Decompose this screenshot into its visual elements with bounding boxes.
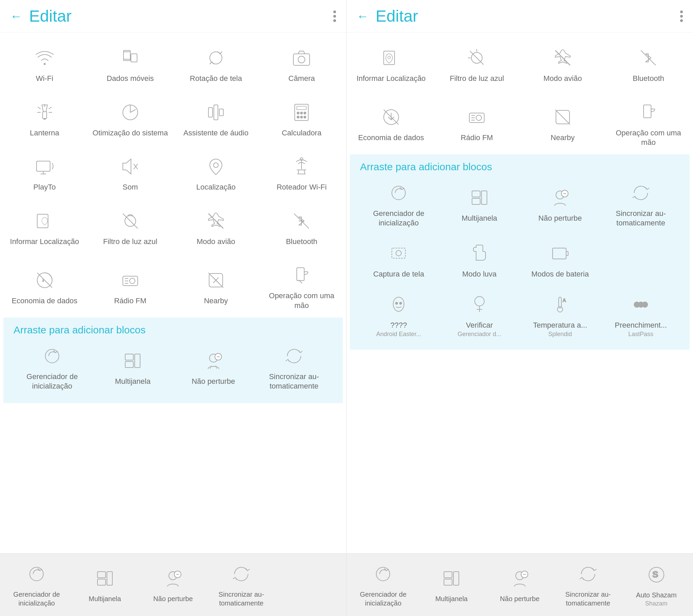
right-drag-dnd[interactable]: Não perturbe [521,176,599,233]
right-drag-multiwindow[interactable]: Multijanela [441,176,518,233]
svg-point-50 [130,278,135,284]
drag-sync[interactable]: Sincronizar au-tomaticamente [256,339,333,396]
right-drag-temp[interactable]: A Temperatura a... Splendid [521,288,599,343]
svg-line-40 [304,170,305,174]
right-drag-dnd-label: Não perturbe [538,214,582,224]
tile-location[interactable]: Localização [175,148,257,199]
tile-playto[interactable]: PlayTo [3,148,86,199]
bottom-sync[interactable]: Sincronizar au-tomaticamente [208,559,275,611]
bottom-startup[interactable]: Gerenciador de inicialização [3,559,70,611]
right-tile-nearby[interactable]: Nearby [521,94,604,154]
svg-rect-28 [37,161,50,171]
tile-flashlight[interactable]: Lanterna [3,94,86,145]
drag-multiwindow[interactable]: Multijanela [94,339,171,396]
right-bottom-shazam[interactable]: S Auto Shazam Shazam [623,559,690,611]
bottom-multiwindow[interactable]: Multijanela [72,559,138,611]
nearby-icon [204,268,228,292]
sound-icon [118,155,142,178]
left-scroll: Wi-Fi Dados móveis Rotação de tela [0,33,346,553]
right-drag-lastpass[interactable]: Preenchiment... LastPass [602,288,680,343]
svg-point-73 [388,56,391,59]
svg-rect-99 [553,248,566,259]
bottom-dnd[interactable]: Não perturbe [140,559,206,611]
tile-camera-label: Câmera [288,74,315,83]
tile-optimize[interactable]: Otimização do sistema [89,94,171,145]
right-bottom-dnd-label: Não perturbe [500,594,540,603]
right-tile-inform-loc[interactable]: Informar Localização [350,39,433,90]
right-tile-one-hand[interactable]: Operação com uma mão [607,94,690,154]
sync-icon [282,344,306,368]
right-tile-blue-light[interactable]: Filtro de luz azul [436,39,518,90]
tile-playto-label: PlayTo [34,182,56,192]
drag-dnd[interactable]: Não perturbe [175,339,252,396]
left-menu-button[interactable] [333,11,336,22]
right-bottom-sync-label: Sincronizar au-tomaticamente [556,590,619,608]
tile-inform-loc[interactable]: Informar Localização [3,203,86,253]
svg-rect-17 [209,108,213,117]
right-one-hand-label: Operação com uma mão [611,128,687,148]
tile-inform-loc-label: Informar Localização [10,237,79,247]
right-drag-battery-label: Modos de bateria [531,269,589,279]
right-bottom-dnd-icon [508,566,532,590]
right-drag-verify[interactable]: Verificar Gerenciador d... [441,288,518,343]
svg-marker-31 [123,159,131,174]
tile-nearby[interactable]: Nearby [175,256,257,317]
svg-rect-56 [297,268,304,281]
right-tile-radio[interactable]: Rádio FM [436,94,518,154]
right-drag-sync[interactable]: Sincronizar au-tomaticamente [602,176,680,233]
tile-sound[interactable]: Som [89,148,171,199]
tile-hotspot[interactable]: Roteador Wi-Fi [260,148,343,199]
tile-blue-light-label: Filtro de luz azul [103,237,157,247]
svg-point-23 [300,112,302,114]
right-back-button[interactable]: ← [357,9,369,23]
drag-startup[interactable]: Gerenciador de inicialização [14,339,91,396]
tile-data-save[interactable]: ↓ Economia de dados [3,256,86,317]
left-tiles-grid: Wi-Fi Dados móveis Rotação de tela [3,39,343,317]
right-tile-bluetooth[interactable]: Bluetooth [607,39,690,90]
tile-mobile[interactable]: Dados móveis [89,39,171,90]
right-drag-temp-sub: Splendid [548,331,572,338]
right-inform-loc-icon [379,46,403,70]
svg-rect-116 [444,579,452,585]
right-drag-section: Arraste para adicionar blocos Gerenciado… [350,154,690,350]
right-shazam-icon: S [645,563,668,586]
right-drag-startup[interactable]: Gerenciador de inicialização [360,176,437,233]
right-bottom-dnd[interactable]: Não perturbe [487,559,553,611]
svg-line-45 [294,214,309,229]
wifi-icon [33,46,57,70]
left-back-button[interactable]: ← [10,9,22,23]
tile-calc[interactable]: Calculadora [260,94,343,145]
right-tile-data-save[interactable]: Economia de dados [350,94,433,154]
left-drag-grid: Gerenciador de inicialização Multijanela… [14,339,333,396]
right-menu-button[interactable] [680,11,683,22]
right-drag-multiwindow-label: Multijanela [461,214,497,224]
one-hand-icon [290,263,313,287]
right-drag-battery[interactable]: Modos de bateria [521,236,599,284]
tile-blue-light[interactable]: Filtro de luz azul [89,203,171,253]
tile-camera[interactable]: Câmera [260,39,343,90]
left-header: ← Editar [0,0,346,33]
right-bottom-startup[interactable]: Gerenciador de inicialização [350,559,417,611]
right-drag-empty [602,236,680,284]
tile-airplane[interactable]: Modo avião [175,203,257,253]
svg-point-34 [214,163,218,168]
tile-one-hand[interactable]: Operação com uma mão [260,256,343,317]
tile-radio[interactable]: Rádio FM [89,256,171,317]
svg-rect-97 [392,248,405,258]
tile-audio[interactable]: Assistente de áudio [175,94,257,145]
right-title: Editar [376,7,680,25]
right-drag-easter[interactable]: ???? Android Easter... [360,288,437,343]
right-drag-glove[interactable]: Modo luva [441,236,518,284]
right-bottom-multiwindow[interactable]: Multijanela [418,559,485,611]
tile-data-save-label: Economia de dados [12,296,77,306]
tile-rotate[interactable]: Rotação de tela [175,39,257,90]
tile-bluetooth[interactable]: Bluetooth [260,203,343,253]
tile-wifi[interactable]: Wi-Fi [3,39,86,90]
camera-icon [290,46,313,70]
right-tile-airplane[interactable]: Modo avião [521,39,604,90]
right-drag-screenshot[interactable]: Captura de tela [360,236,437,284]
right-drag-verify-sub: Gerenciador d... [457,331,501,338]
svg-point-24 [304,112,306,114]
data-save-icon: ↓ [33,268,57,292]
right-bottom-sync[interactable]: Sincronizar au-tomaticamente [555,559,621,611]
